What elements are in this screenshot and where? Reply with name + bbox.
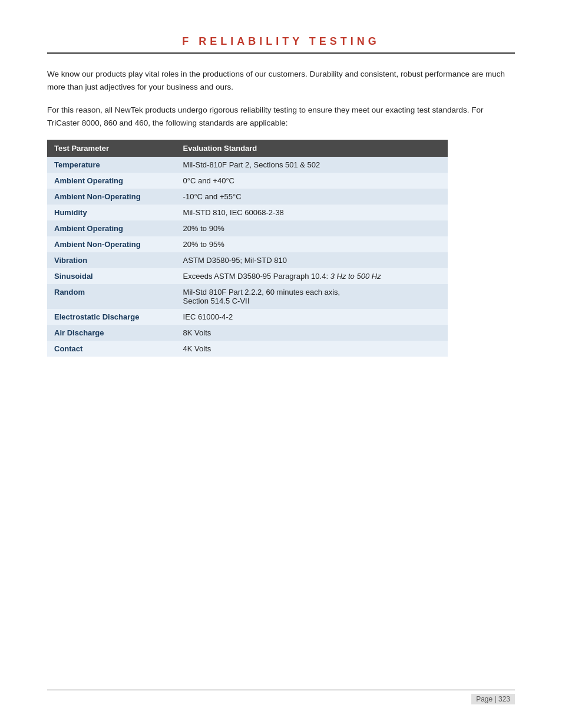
table-cell-param: Ambient Non-Operating: [47, 189, 176, 205]
table-row: Contact4K Volts: [47, 341, 448, 357]
page: F RELIABILITY TESTING We know our produc…: [0, 0, 562, 728]
table-cell-param: Vibration: [47, 252, 176, 268]
table-row: Ambient Non-Operating-10°C and +55°C: [47, 189, 448, 205]
table-cell-param: Electrostatic Discharge: [47, 309, 176, 325]
table-cell-standard: Exceeds ASTM D3580-95 Paragraph 10.4: 3 …: [176, 268, 448, 284]
footer-rule: [47, 690, 515, 690]
page-header: F RELIABILITY TESTING: [47, 35, 515, 48]
table-cell-param: Sinusoidal: [47, 268, 176, 284]
table-row: Ambient Operating0°C and +40°C: [47, 173, 448, 189]
table-row: SinusoidalExceeds ASTM D3580-95 Paragrap…: [47, 268, 448, 284]
table-cell-standard: 0°C and +40°C: [176, 173, 448, 189]
intro-paragraph-1: We know our products play vital roles in…: [47, 68, 515, 93]
table-row: Air Discharge8K Volts: [47, 325, 448, 341]
reliability-table-wrapper: Test Parameter Evaluation Standard Tempe…: [47, 140, 448, 357]
table-cell-param: Humidity: [47, 205, 176, 220]
table-cell-standard: Mil-Std-810F Part 2, Sections 501 & 502: [176, 157, 448, 173]
table-cell-standard: Mil-Std 810F Part 2.2.2, 60 minutes each…: [176, 284, 448, 309]
col-header-parameter: Test Parameter: [47, 140, 176, 157]
table-cell-param: Ambient Operating: [47, 173, 176, 189]
table-row: Ambient Operating20% to 90%: [47, 220, 448, 236]
table-cell-standard: 20% to 90%: [176, 220, 448, 236]
table-row: VibrationASTM D3580-95; Mil-STD 810: [47, 252, 448, 268]
intro-paragraph-2: For this reason, all NewTek products und…: [47, 104, 515, 129]
table-row: HumidityMil-STD 810, IEC 60068-2-38: [47, 205, 448, 220]
table-header-row: Test Parameter Evaluation Standard: [47, 140, 448, 157]
table-cell-standard: ASTM D3580-95; Mil-STD 810: [176, 252, 448, 268]
table-cell-param: Ambient Operating: [47, 220, 176, 236]
table-cell-param: Air Discharge: [47, 325, 176, 341]
table-cell-param: Random: [47, 284, 176, 309]
table-cell-standard: 20% to 95%: [176, 236, 448, 252]
table-row: Ambient Non-Operating20% to 95%: [47, 236, 448, 252]
table-cell-standard: Mil-STD 810, IEC 60068-2-38: [176, 205, 448, 220]
table-cell-standard: 4K Volts: [176, 341, 448, 357]
table-row: TemperatureMil-Std-810F Part 2, Sections…: [47, 157, 448, 173]
page-number: Page | 323: [471, 694, 515, 704]
table-cell-param: Ambient Non-Operating: [47, 236, 176, 252]
reliability-table: Test Parameter Evaluation Standard Tempe…: [47, 140, 448, 357]
table-cell-param: Contact: [47, 341, 176, 357]
table-cell-standard: 8K Volts: [176, 325, 448, 341]
table-row: RandomMil-Std 810F Part 2.2.2, 60 minute…: [47, 284, 448, 309]
col-header-standard: Evaluation Standard: [176, 140, 448, 157]
page-title: F RELIABILITY TESTING: [47, 35, 515, 48]
table-row: Electrostatic DischargeIEC 61000-4-2: [47, 309, 448, 325]
table-cell-standard: IEC 61000-4-2: [176, 309, 448, 325]
header-rule: [47, 52, 515, 54]
page-footer: Page | 323: [0, 690, 562, 704]
table-cell-param: Temperature: [47, 157, 176, 173]
table-cell-standard: -10°C and +55°C: [176, 189, 448, 205]
